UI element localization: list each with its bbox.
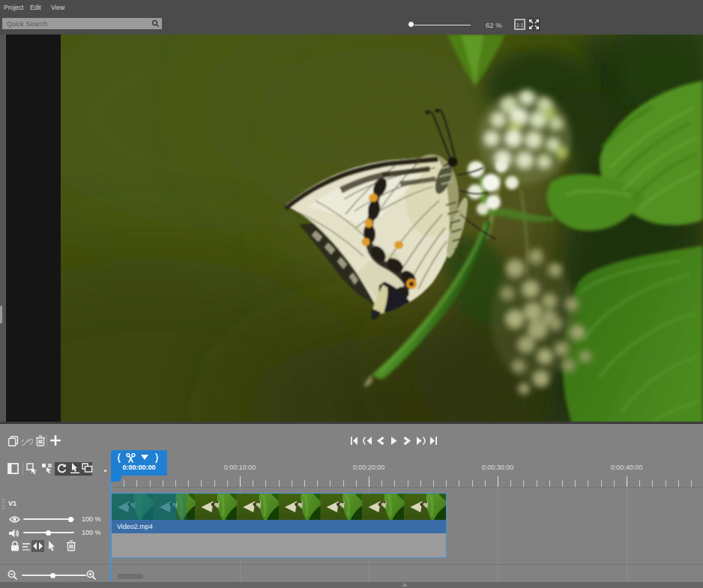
svg-text:1:1: 1:1 <box>516 22 524 28</box>
